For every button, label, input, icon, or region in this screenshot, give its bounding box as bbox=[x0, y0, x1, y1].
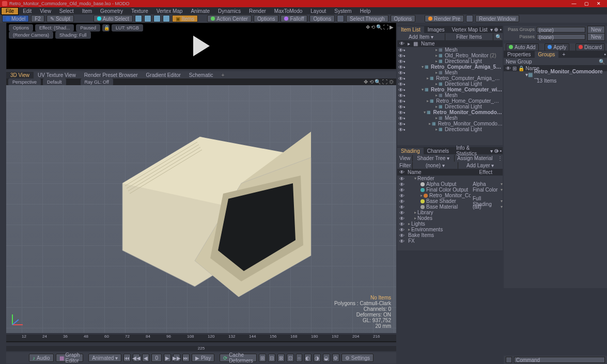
menu-view[interactable]: View bbox=[36, 8, 55, 14]
zoom-icon[interactable]: 🔍 bbox=[376, 24, 382, 30]
visibility-icon[interactable]: 👁 bbox=[399, 182, 404, 186]
menu-edit[interactable]: Edit bbox=[19, 8, 36, 14]
visibility-icon[interactable]: 👁 bbox=[399, 239, 404, 243]
mode-model[interactable]: Model bbox=[2, 15, 29, 22]
prev-frame-button[interactable]: ◀ bbox=[142, 354, 149, 362]
goto-start-button[interactable]: ⏮ bbox=[123, 354, 131, 362]
panel-dot-icon[interactable]: • bbox=[604, 52, 606, 57]
menu-render[interactable]: Render bbox=[245, 8, 270, 14]
tree-row[interactable]: 👁•▸▦Directional Light bbox=[397, 126, 503, 132]
visibility-icon[interactable]: 👁 bbox=[398, 104, 403, 109]
auto-select-button[interactable]: Auto Select bbox=[94, 15, 133, 22]
expand-icon[interactable]: ⛶ bbox=[383, 24, 388, 30]
tab-properties[interactable]: Properties bbox=[504, 51, 535, 58]
action-center-button[interactable]: Action Center bbox=[207, 15, 252, 22]
visibility-icon[interactable]: 👁 bbox=[399, 199, 404, 203]
select-vertex-icon[interactable] bbox=[135, 15, 142, 22]
tree-row[interactable]: 👁•▸▦Directional Light bbox=[397, 81, 503, 87]
filter-items-button[interactable]: Filter Items bbox=[445, 34, 493, 40]
tool-icon-3[interactable]: ⊠ bbox=[277, 354, 285, 362]
shader-row[interactable]: 👁Base Material(all)▾ bbox=[397, 204, 503, 210]
visibility-icon[interactable]: 👁 bbox=[398, 70, 403, 75]
visibility-icon[interactable]: 👁 bbox=[399, 193, 404, 198]
shader-tree-dropdown[interactable]: Shader Tree ▾ bbox=[413, 155, 455, 162]
tool-icon-6[interactable]: ◐ bbox=[304, 354, 312, 362]
visibility-icon[interactable]: 👁 bbox=[398, 110, 403, 115]
tool-icon-5[interactable]: ○ bbox=[296, 354, 302, 362]
passgroups-new[interactable]: New bbox=[587, 26, 605, 34]
rp-lut[interactable]: LUT: sRGB bbox=[112, 24, 143, 31]
shader-row[interactable]: 👁Bake Items bbox=[397, 232, 503, 238]
tool-icon-8[interactable]: ◒ bbox=[323, 354, 330, 362]
visibility-icon[interactable]: 👁 bbox=[398, 121, 403, 126]
passes-new[interactable]: New bbox=[587, 33, 605, 41]
options-button-3[interactable]: Options bbox=[391, 15, 415, 22]
panel-gear-icon[interactable]: ⚙ bbox=[494, 148, 499, 154]
cmd-icon[interactable] bbox=[506, 357, 512, 363]
shader-row[interactable]: 👁Final Color OutputFinal Color▾ bbox=[397, 187, 503, 193]
select-material-icon[interactable] bbox=[163, 15, 170, 22]
tree-row[interactable]: 👁•▸▦Retro_Computer_Amiga_500_with_M ... bbox=[397, 75, 503, 81]
shader-row[interactable]: 👁▸Library bbox=[397, 210, 503, 215]
shader-row[interactable]: 👁▾Render bbox=[397, 176, 503, 181]
visibility-icon[interactable]: 👁 bbox=[399, 176, 404, 181]
rp-paused[interactable]: Paused bbox=[76, 24, 100, 31]
eye-icon[interactable]: 👁 bbox=[399, 169, 404, 175]
menu-layout[interactable]: Layout bbox=[306, 8, 330, 14]
render-icon[interactable] bbox=[466, 15, 473, 22]
rotate-icon[interactable]: ⟲ bbox=[371, 24, 375, 30]
tab-channels[interactable]: Channels bbox=[424, 148, 453, 154]
visibility-icon[interactable]: 👁 bbox=[398, 65, 403, 69]
render-window-button[interactable]: Render Window bbox=[475, 15, 519, 22]
menu-select[interactable]: Select bbox=[55, 8, 78, 14]
3d-viewport[interactable]: No Items Polygons : Catmull-Clark Channe… bbox=[6, 85, 396, 333]
tree-row[interactable]: 👁•▸▦Mesh bbox=[397, 115, 503, 121]
select-face-icon[interactable] bbox=[153, 15, 161, 22]
shader-row[interactable]: 👁Base ShaderFull Shading▾ bbox=[397, 198, 503, 204]
tab-gradient[interactable]: Gradient Editor bbox=[142, 72, 185, 78]
visibility-icon[interactable]: 👁 bbox=[399, 216, 404, 220]
settings-button[interactable]: ⚙Settings bbox=[341, 354, 373, 362]
tree-row[interactable]: 👁•▸▦Directional Light bbox=[397, 58, 503, 64]
apply-button[interactable]: Apply bbox=[544, 43, 569, 51]
graph-editor-button[interactable]: ▦Graph Editor bbox=[56, 354, 84, 362]
options-button-2[interactable]: Options bbox=[309, 15, 334, 22]
select-through-button[interactable]: Select Through bbox=[346, 15, 388, 22]
items-button[interactable]: ▣Items bbox=[172, 15, 198, 22]
vp-rotate-icon[interactable]: ⟲ bbox=[369, 79, 373, 85]
command-input[interactable]: Command bbox=[514, 357, 605, 363]
group-item-row[interactable]: ▾ ▦ Retro_Monitor_Commodore ... bbox=[504, 71, 607, 77]
groups-area[interactable]: ▾ ▦ Retro_Monitor_Commodore ... 13 Items bbox=[504, 71, 607, 288]
tab-schematic[interactable]: Schematic bbox=[185, 72, 217, 78]
visibility-icon[interactable]: 👁 bbox=[398, 87, 403, 92]
prev-key-button[interactable]: ◀◀ bbox=[133, 354, 140, 362]
next-key-button[interactable]: ▶▶ bbox=[173, 354, 180, 362]
visibility-icon[interactable]: 👁 bbox=[398, 48, 403, 52]
select-edge-icon[interactable] bbox=[144, 15, 151, 22]
tree-row[interactable]: 👁•▸▦Mesh bbox=[397, 47, 503, 53]
play-icon[interactable] bbox=[193, 36, 210, 56]
panel-dot-icon[interactable]: • bbox=[500, 148, 502, 154]
tab-preset[interactable]: Render Preset Browser bbox=[80, 72, 142, 78]
mode-f2[interactable]: F2 bbox=[31, 15, 44, 22]
tree-row[interactable]: 👁•▸▦Old_Retro_Monitor (2) bbox=[397, 53, 503, 58]
menu-animate[interactable]: Animate bbox=[186, 8, 214, 14]
visibility-icon[interactable]: 👁 bbox=[398, 59, 403, 64]
options-button-1[interactable]: Options bbox=[254, 15, 278, 22]
menu-maxtomodo[interactable]: MaxToModo bbox=[270, 8, 306, 14]
panel-gear-icon[interactable]: ⚙ bbox=[494, 27, 499, 33]
tool-icon-9[interactable]: ⚙ bbox=[332, 354, 339, 362]
menu-vertexmap[interactable]: Vertex Map bbox=[152, 8, 187, 14]
tab-3dview[interactable]: 3D View bbox=[6, 72, 34, 78]
vp-zoom-icon[interactable]: 🔍 bbox=[375, 79, 381, 85]
triangle-icon[interactable]: ▶ bbox=[390, 24, 394, 30]
minimize-button[interactable]: — bbox=[568, 1, 580, 7]
tab-images[interactable]: Images bbox=[424, 26, 448, 33]
tree-row[interactable]: 👁•▾▦Retro_Monitor_Commodore_Old_ ... bbox=[397, 109, 503, 115]
visibility-icon[interactable]: 👁 bbox=[399, 221, 404, 226]
visibility-icon[interactable]: 👁 bbox=[399, 204, 404, 209]
falloff-button[interactable]: Falloff bbox=[281, 15, 307, 22]
select-through-icon[interactable] bbox=[337, 15, 344, 22]
tab-vertexmaplist[interactable]: Vertex Map List bbox=[448, 26, 491, 33]
vp-perspective[interactable]: Perspective bbox=[8, 78, 41, 86]
